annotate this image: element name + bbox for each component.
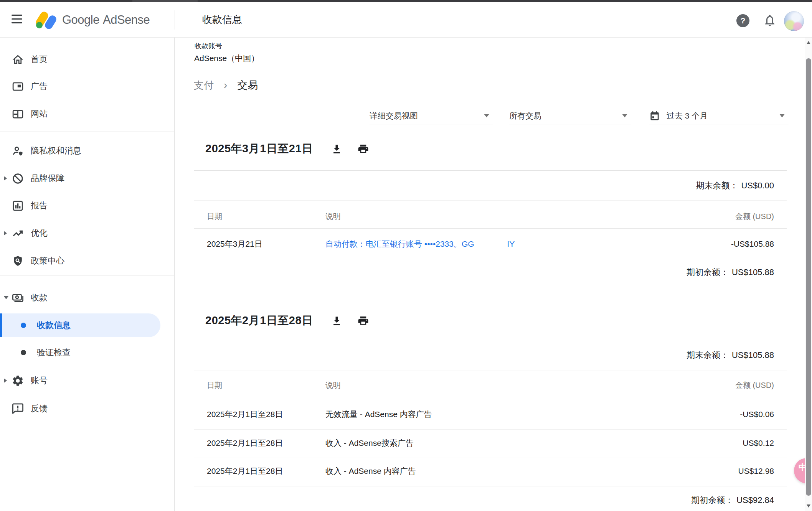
sidebar-item-sites[interactable]: 网站: [0, 102, 175, 125]
chevron-right-icon[interactable]: [4, 176, 7, 181]
help-icon[interactable]: ?: [736, 14, 749, 27]
sidebar-item-label: 首页: [31, 54, 48, 65]
sites-icon: [12, 108, 24, 120]
sidebar-item-label: 优化: [31, 227, 48, 239]
sidebar-item-ads[interactable]: 广告: [0, 75, 175, 98]
column-header-amount: 金额 (USD): [735, 211, 774, 222]
sidebar-item-label: 隐私权和消息: [31, 145, 81, 157]
chevron-right-icon[interactable]: [4, 378, 7, 383]
download-icon[interactable]: [331, 143, 343, 155]
opening-balance-value: US$92.84: [736, 495, 774, 505]
chevron-right-icon[interactable]: [4, 231, 7, 236]
breadcrumb-parent[interactable]: 支付: [194, 79, 214, 92]
help-glyph: ?: [741, 16, 746, 25]
row-divider: [194, 458, 787, 458]
scrollbar-up-arrow-icon[interactable]: [807, 41, 810, 44]
transaction-amount: US$12.98: [738, 466, 774, 476]
date-range-dropdown[interactable]: 过去 3 个月: [649, 107, 789, 125]
active-indicator: [0, 313, 2, 337]
sidebar-item-feedback[interactable]: 反馈: [0, 397, 175, 420]
dropdown-value: 详细交易视图: [370, 110, 418, 121]
sidebar-item-verification[interactable]: 验证检查: [0, 341, 175, 364]
dropdown-value: 所有交易: [509, 110, 541, 121]
payment-link[interactable]: 自动付款：电汇至银行账号 ••••2333。GG: [325, 239, 474, 248]
optimization-icon: [12, 227, 24, 240]
opening-balance-label: 期初余额：: [687, 267, 729, 278]
opening-balance-row: 期初余额： US$92.84: [691, 493, 774, 508]
transaction-description: 收入 - AdSense 内容广告: [325, 466, 416, 476]
bullet-icon: [21, 323, 26, 328]
sidebar-item-payments[interactable]: 收款: [0, 286, 175, 309]
policy-center-icon: [12, 255, 24, 267]
sidebar-item-account[interactable]: 账号: [0, 369, 175, 392]
adsense-payments-page: Google AdSense 收款信息 ? 首页 广告: [0, 0, 812, 511]
ending-balance-label: 期末余额：: [687, 349, 729, 361]
notifications-bell-icon[interactable]: [763, 13, 777, 27]
transaction-description: 自动付款：电汇至银行账号 ••••2333。GG IY: [325, 239, 515, 249]
brand-google: Google: [62, 13, 99, 27]
brand-safety-icon: [12, 172, 24, 185]
ads-icon: [12, 80, 24, 93]
sidebar-item-label: 品牌保障: [31, 173, 64, 184]
sidebar-item-payments-info[interactable]: 收款信息: [0, 313, 175, 337]
ending-balance-row: 期末余额： US$105.88: [687, 348, 774, 363]
column-header-date: 日期: [207, 211, 222, 222]
sidebar-item-optimization[interactable]: 优化: [0, 222, 175, 245]
account-label: 收款账号: [195, 41, 222, 51]
column-header-date: 日期: [207, 380, 222, 391]
hamburger-menu-icon[interactable]: [12, 15, 23, 25]
print-icon[interactable]: [357, 315, 369, 327]
breadcrumb-separator-icon: ›: [224, 79, 227, 91]
view-type-dropdown[interactable]: 详细交易视图: [370, 107, 493, 125]
opening-balance-label: 期初余额：: [691, 495, 733, 506]
dropdown-arrow-icon: [779, 114, 785, 117]
scrollbar-down-arrow-icon[interactable]: [807, 504, 810, 508]
transaction-description: 无效流量 - AdSense 内容广告: [325, 409, 432, 420]
print-icon[interactable]: [357, 143, 369, 155]
sidebar-item-label: 收款信息: [37, 320, 71, 331]
transaction-date: 2025年2月1日至28日: [207, 466, 283, 476]
table-divider: [194, 200, 787, 201]
sidebar-item-label: 账号: [31, 375, 48, 386]
sidebar-item-label: 网站: [31, 108, 48, 120]
user-avatar[interactable]: [784, 11, 804, 31]
section-header-february: 2025年2月1日至28日: [205, 312, 369, 329]
sidebar-item-label: 反馈: [31, 403, 48, 414]
scrollbar-thumb[interactable]: [806, 58, 811, 496]
sidebar-item-label: 收款: [31, 292, 48, 303]
feedback-icon: [12, 402, 24, 415]
topbar-divider: [175, 10, 175, 30]
sidebar-item-brand-safety[interactable]: 品牌保障: [0, 167, 175, 190]
ending-balance-value: US$0.00: [741, 181, 774, 191]
sidebar-item-label: 报告: [31, 200, 48, 211]
column-header-amount: 金额 (USD): [735, 380, 774, 391]
vertical-scrollbar[interactable]: [805, 38, 812, 511]
transaction-type-dropdown[interactable]: 所有交易: [509, 107, 631, 125]
transaction-date: 2025年2月1日至28日: [207, 438, 283, 448]
download-icon[interactable]: [331, 315, 343, 327]
dropdown-arrow-icon: [484, 114, 489, 117]
sidebar-item-label: 广告: [31, 81, 48, 92]
column-header-description: 说明: [325, 211, 341, 222]
brand-adsense: AdSense: [103, 13, 150, 27]
adsense-logo-icon: [36, 10, 58, 30]
sidebar-item-privacy-messaging[interactable]: 隐私权和消息: [0, 139, 175, 162]
ending-balance-label: 期末余额：: [696, 180, 738, 191]
opening-balance-row: 期初余额： US$105.88: [687, 265, 774, 280]
privacy-messaging-icon: [12, 145, 24, 157]
page-title: 收款信息: [202, 2, 242, 38]
payments-icon: [12, 292, 24, 304]
chevron-down-icon[interactable]: [4, 296, 8, 299]
ending-balance-row: 期末余额： US$0.00: [696, 178, 774, 193]
transaction-amount: US$0.12: [743, 438, 774, 448]
sidebar-item-home[interactable]: 首页: [0, 48, 175, 71]
payment-link-suffix[interactable]: IY: [507, 239, 515, 248]
sidebar-item-policy-center[interactable]: 政策中心: [0, 249, 175, 272]
dropdown-value: 过去 3 个月: [667, 110, 708, 121]
account-name: AdSense（中国）: [194, 53, 259, 64]
section-title: 2025年3月1日至21日: [205, 141, 313, 157]
sidebar-item-reports[interactable]: 报告: [0, 194, 175, 217]
dropdown-arrow-icon: [622, 114, 627, 117]
table-row: 2025年2月1日至28日 收入 - AdSense 内容广告 US$12.98: [175, 463, 812, 479]
row-divider: [194, 258, 787, 258]
